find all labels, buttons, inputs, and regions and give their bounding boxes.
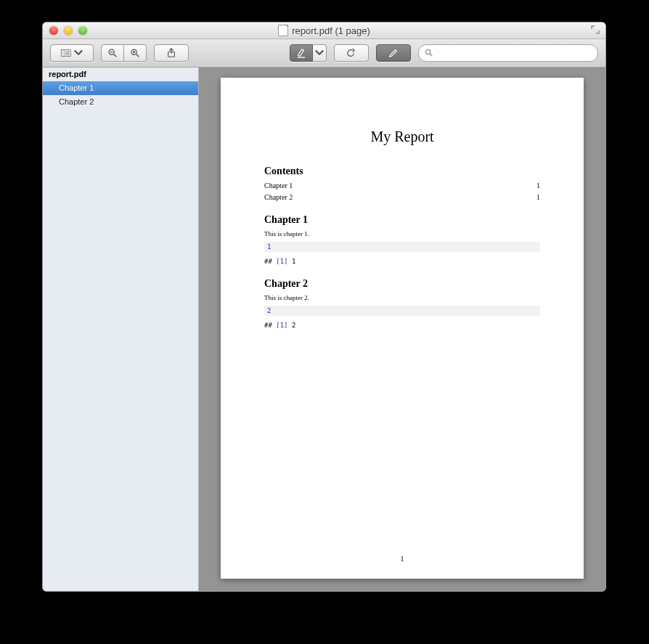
chapter-heading: Chapter 1 — [264, 214, 540, 226]
toc-item-page: 1 — [536, 193, 540, 201]
view-mode-button[interactable] — [50, 44, 94, 62]
chapter-text: This is chapter 1. — [264, 230, 540, 237]
markup-button[interactable] — [376, 44, 411, 62]
fullscreen-icon[interactable] — [591, 25, 600, 34]
code-block: 2 — [264, 306, 540, 316]
toc-row: Chapter 2 1 — [264, 193, 540, 201]
preview-window: report.pdf (1 page) — [42, 22, 606, 592]
sidebar: report.pdf Chapter 1 Chapter 2 — [43, 68, 199, 592]
toc-item-page: 1 — [536, 182, 540, 189]
chapter-heading: Chapter 2 — [264, 278, 540, 290]
pdf-page: My Report Contents Chapter 1 1 Chapter 2… — [221, 78, 584, 579]
output-prefix: ## — [264, 322, 272, 329]
output-prefix: ## — [264, 258, 272, 265]
svg-rect-1 — [61, 50, 64, 56]
zoom-in-button[interactable] — [124, 44, 147, 62]
highlight-dropdown[interactable] — [313, 44, 327, 62]
page-number: 1 — [221, 555, 584, 563]
svg-point-14 — [425, 49, 430, 54]
search-field[interactable] — [418, 44, 598, 62]
minimize-icon[interactable] — [64, 26, 73, 35]
document-viewport[interactable]: My Report Contents Chapter 1 1 Chapter 2… — [199, 68, 605, 592]
contents-heading: Contents — [264, 166, 540, 177]
svg-line-6 — [114, 54, 117, 57]
zoom-icon[interactable] — [78, 26, 87, 35]
toc-item-name: Chapter 2 — [264, 193, 293, 201]
code-block: 1 — [264, 242, 540, 252]
search-input[interactable] — [438, 47, 592, 59]
share-button[interactable] — [154, 44, 189, 62]
output-value: 2 — [292, 322, 295, 329]
highlight-button[interactable] — [290, 44, 313, 62]
rotate-button[interactable] — [334, 44, 369, 62]
zoom-out-button[interactable] — [101, 44, 124, 62]
close-icon[interactable] — [49, 26, 58, 35]
svg-line-15 — [430, 54, 432, 56]
code-output: ## [1] 1 — [264, 258, 540, 265]
window-controls — [49, 26, 87, 35]
output-value: 1 — [292, 258, 295, 265]
document-icon — [278, 25, 288, 36]
svg-line-9 — [136, 54, 139, 57]
search-icon — [425, 49, 433, 57]
sidebar-item-chapter-1[interactable]: Chapter 1 — [43, 81, 198, 95]
chapter-text: This is chapter 2. — [264, 294, 540, 301]
toc-row: Chapter 1 1 — [264, 182, 540, 189]
toc-item-name: Chapter 1 — [264, 182, 293, 189]
toolbar — [43, 39, 605, 68]
highlight-segment — [290, 44, 327, 62]
sidebar-root[interactable]: report.pdf — [43, 68, 198, 81]
code-output: ## [1] 2 — [264, 322, 540, 329]
titlebar[interactable]: report.pdf (1 page) — [43, 23, 605, 39]
output-index: [1] — [276, 322, 287, 329]
output-index: [1] — [276, 258, 287, 265]
window-title: report.pdf (1 page) — [292, 25, 370, 36]
document-title: My Report — [264, 129, 540, 145]
sidebar-item-chapter-2[interactable]: Chapter 2 — [43, 95, 198, 109]
zoom-segment — [101, 44, 147, 62]
